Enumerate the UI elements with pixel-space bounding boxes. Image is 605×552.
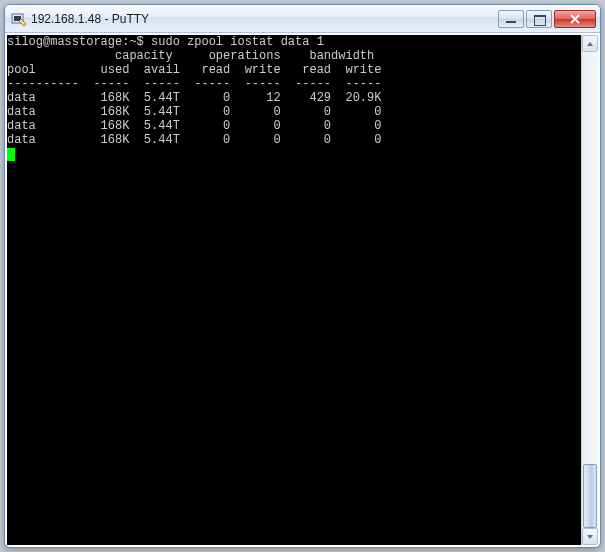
table-row: data 168K 5.44T 0 12 429 20.9K bbox=[7, 91, 581, 105]
window-buttons bbox=[496, 10, 596, 28]
header-groups: capacity operations bandwidth bbox=[7, 49, 581, 63]
vertical-scrollbar[interactable] bbox=[581, 35, 598, 545]
scroll-track[interactable] bbox=[582, 52, 598, 528]
table-row: data 168K 5.44T 0 0 0 0 bbox=[7, 105, 581, 119]
cursor bbox=[7, 148, 15, 161]
table-row: data 168K 5.44T 0 0 0 0 bbox=[7, 133, 581, 147]
scroll-thumb[interactable] bbox=[583, 464, 597, 528]
close-button[interactable] bbox=[554, 10, 596, 28]
table-row: data 168K 5.44T 0 0 0 0 bbox=[7, 119, 581, 133]
scroll-up-button[interactable] bbox=[582, 35, 598, 52]
prompt-line: silog@masstorage:~$ sudo zpool iostat da… bbox=[7, 35, 581, 49]
header-columns: pool used avail read write read write bbox=[7, 63, 581, 77]
terminal[interactable]: silog@masstorage:~$ sudo zpool iostat da… bbox=[7, 35, 581, 545]
titlebar[interactable]: 192.168.1.48 - PuTTY bbox=[5, 5, 600, 33]
prompt: silog@masstorage:~$ bbox=[7, 35, 151, 49]
putty-window: 192.168.1.48 - PuTTY silog@masstorage:~$… bbox=[4, 4, 601, 548]
client-area: silog@masstorage:~$ sudo zpool iostat da… bbox=[7, 35, 598, 545]
window-title: 192.168.1.48 - PuTTY bbox=[31, 12, 496, 26]
scroll-down-button[interactable] bbox=[582, 528, 598, 545]
putty-icon bbox=[11, 11, 27, 27]
maximize-button[interactable] bbox=[526, 10, 552, 28]
minimize-button[interactable] bbox=[498, 10, 524, 28]
command: sudo zpool iostat data 1 bbox=[151, 35, 324, 49]
header-separator: ---------- ----- ----- ----- ----- -----… bbox=[7, 77, 581, 91]
